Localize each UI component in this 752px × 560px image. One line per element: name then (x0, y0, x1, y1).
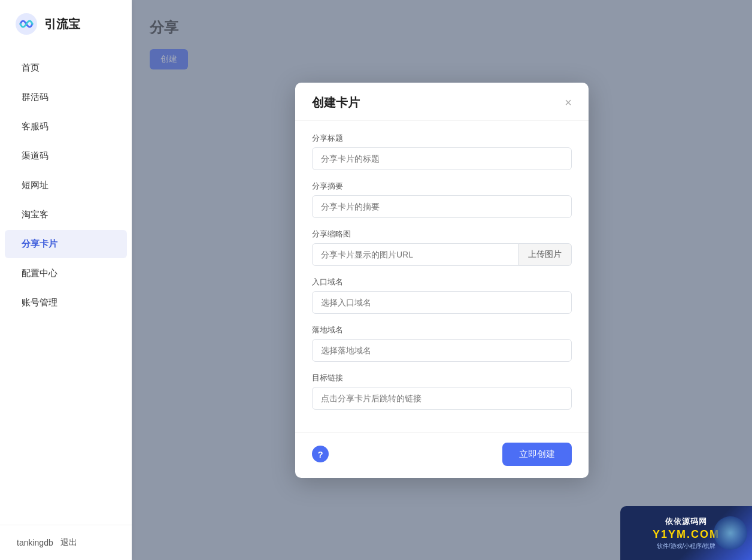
submit-create-button[interactable]: 立即创建 (502, 443, 572, 466)
input-entry-domain[interactable] (312, 291, 572, 314)
dialog-close-button[interactable]: × (565, 96, 572, 108)
dialog-footer: ? 立即创建 (295, 432, 589, 478)
form-group-landing-domain: 落地域名 (312, 325, 572, 362)
upload-image-button[interactable]: 上传图片 (518, 243, 572, 266)
sidebar-item-short[interactable]: 短网址 (5, 171, 127, 199)
form-group-summary: 分享摘要 (312, 181, 572, 218)
watermark-badge: 依依源码网 Y1YM.COM 软件/游戏/小程序/棋牌 (620, 506, 752, 560)
sidebar-item-qd[interactable]: 渠道码 (5, 142, 127, 170)
dialog-body: 分享标题 分享摘要 分享缩略图 上传图片 (295, 121, 589, 432)
label-entry-domain: 入口域名 (312, 277, 572, 287)
watermark-url-text: Y1YM.COM (653, 528, 720, 541)
input-target-url[interactable] (312, 387, 572, 410)
main-area: 分享 创建 创建卡片 × 分享标题 分享摘要 (132, 0, 752, 560)
input-share-summary[interactable] (312, 195, 572, 218)
help-button[interactable]: ? (312, 446, 329, 462)
thumbnail-input-group: 上传图片 (312, 243, 572, 266)
label-share-summary: 分享摘要 (312, 181, 572, 192)
label-share-title: 分享标题 (312, 133, 572, 144)
sidebar-item-kf[interactable]: 客服码 (5, 113, 127, 141)
dialog-header: 创建卡片 × (295, 83, 589, 121)
sidebar-item-group[interactable]: 群活码 (5, 83, 127, 111)
watermark-top-text: 依依源码网 (665, 516, 707, 527)
form-group-entry-domain: 入口域名 (312, 277, 572, 314)
label-target-url: 目标链接 (312, 373, 572, 383)
input-landing-domain[interactable] (312, 339, 572, 362)
sidebar-item-account[interactable]: 账号管理 (5, 289, 127, 317)
sidebar-username: tankingdb (17, 538, 53, 547)
form-group-target-url: 目标链接 (312, 373, 572, 410)
logo: 引流宝 (0, 0, 132, 48)
sidebar-footer: tankingdb 退出 (0, 525, 132, 560)
input-share-title[interactable] (312, 147, 572, 170)
sidebar: 引流宝 首页 群活码 客服码 渠道码 短网址 淘宝客 分享卡片 配置中心 账号管… (0, 0, 132, 560)
logo-icon (14, 12, 38, 36)
sidebar-item-home[interactable]: 首页 (5, 54, 127, 82)
dialog-title: 创建卡片 (312, 95, 360, 111)
watermark-sub-text: 软件/游戏/小程序/棋牌 (657, 542, 715, 550)
sidebar-logout-button[interactable]: 退出 (60, 537, 77, 548)
logo-text: 引流宝 (44, 16, 80, 32)
modal-overlay: 创建卡片 × 分享标题 分享摘要 分享缩略图 (132, 0, 752, 560)
label-landing-domain: 落地域名 (312, 325, 572, 335)
label-share-thumbnail: 分享缩略图 (312, 229, 572, 240)
sidebar-item-tbk[interactable]: 淘宝客 (5, 201, 127, 229)
sidebar-item-config[interactable]: 配置中心 (5, 259, 127, 287)
form-group-title: 分享标题 (312, 133, 572, 170)
create-card-dialog: 创建卡片 × 分享标题 分享摘要 分享缩略图 (295, 83, 589, 478)
input-share-thumbnail[interactable] (312, 243, 518, 266)
sidebar-item-share[interactable]: 分享卡片 (5, 230, 127, 258)
watermark-circle-decoration (714, 516, 747, 550)
form-group-thumbnail: 分享缩略图 上传图片 (312, 229, 572, 266)
sidebar-nav: 首页 群活码 客服码 渠道码 短网址 淘宝客 分享卡片 配置中心 账号管理 (0, 48, 132, 525)
